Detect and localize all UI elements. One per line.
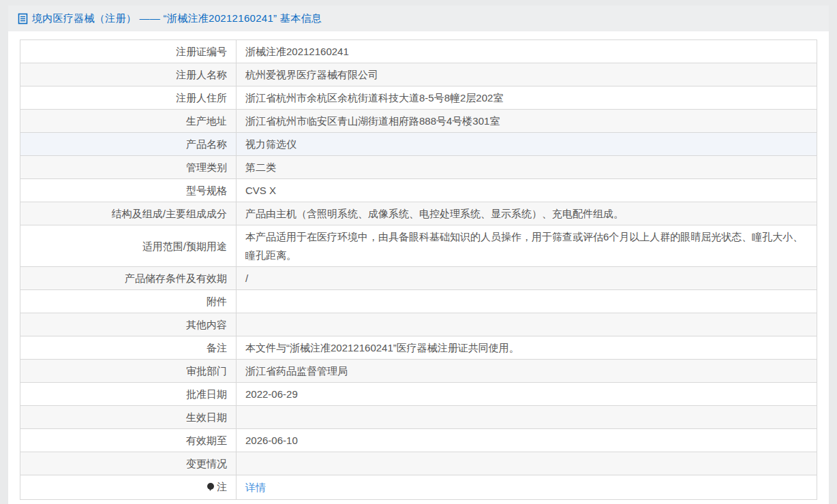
row-value: 本文件与“浙械注准20212160241”医疗器械注册证共同使用。 [237, 336, 817, 360]
table-row: 适用范围/预期用途本产品适用于在医疗环境中，由具备眼科基础知识的人员操作，用于筛… [20, 225, 817, 267]
table-row: 批准日期2022-06-29 [20, 383, 817, 406]
table-row: 产品名称视力筛选仪 [20, 133, 817, 156]
table-row: 生产地址浙江省杭州市临安区青山湖街道相府路888号4号楼301室 [20, 110, 817, 133]
row-value: 第二类 [237, 156, 817, 179]
row-label: 生效日期 [20, 406, 237, 429]
row-label: 结构及组成/主要组成成分 [20, 202, 237, 225]
table-row: 管理类别第二类 [20, 156, 817, 179]
row-value: 2026-06-10 [237, 429, 817, 452]
row-value: 本产品适用于在医疗环境中，由具备眼科基础知识的人员操作，用于筛查或评估6个月以上… [237, 225, 817, 267]
row-value: 杭州爱视界医疗器械有限公司 [237, 63, 817, 86]
row-label: 注册人名称 [20, 63, 237, 86]
row-label: 有效期至 [20, 429, 237, 452]
document-icon [18, 13, 28, 25]
info-table: 注册证编号浙械注准20212160241注册人名称杭州爱视界医疗器械有限公司注册… [20, 40, 817, 500]
row-value: 浙械注准20212160241 [237, 40, 817, 63]
table-row: 产品储存条件及有效期/ [20, 267, 817, 290]
row-label: 附件 [20, 290, 237, 313]
row-value: CVS X [237, 179, 817, 202]
row-value: 详情 [237, 475, 817, 500]
table-row: 变更情况 [20, 452, 817, 475]
table-row: 审批部门浙江省药品监督管理局 [20, 360, 817, 383]
content-panel: 境内医疗器械（注册） —— “浙械注准20212160241” 基本信息 注册证… [8, 5, 829, 504]
note-icon [207, 479, 215, 497]
row-label: 批准日期 [20, 383, 237, 406]
page-title: 境内医疗器械（注册） —— “浙械注准20212160241” 基本信息 [32, 12, 322, 25]
row-label: 变更情况 [20, 452, 237, 475]
row-value: 浙江省药品监督管理局 [237, 360, 817, 383]
table-row: 结构及组成/主要组成成分产品由主机（含照明系统、成像系统、电控处理系统、显示系统… [20, 202, 817, 225]
info-table-body: 注册证编号浙械注准20212160241注册人名称杭州爱视界医疗器械有限公司注册… [20, 40, 817, 500]
table-row: 注详情 [20, 475, 817, 500]
title-bar: 境内医疗器械（注册） —— “浙械注准20212160241” 基本信息 [8, 5, 829, 31]
row-label: 注册证编号 [20, 40, 237, 63]
row-value: / [237, 267, 817, 290]
row-value: 浙江省杭州市临安区青山湖街道相府路888号4号楼301室 [237, 110, 817, 133]
row-value: 视力筛选仪 [237, 133, 817, 156]
row-label: 管理类别 [20, 156, 237, 179]
table-wrap: 注册证编号浙械注准20212160241注册人名称杭州爱视界医疗器械有限公司注册… [8, 31, 829, 500]
row-value [237, 406, 817, 429]
table-row: 注册人住所浙江省杭州市余杭区余杭街道科技大道8-5号8幢2层202室 [20, 86, 817, 110]
row-label: 型号规格 [20, 179, 237, 202]
row-label: 审批部门 [20, 360, 237, 383]
table-row: 其他内容 [20, 313, 817, 336]
row-label: 注册人住所 [20, 86, 237, 110]
row-value: 浙江省杭州市余杭区余杭街道科技大道8-5号8幢2层202室 [237, 86, 817, 110]
table-row: 有效期至2026-06-10 [20, 429, 817, 452]
row-label: 其他内容 [20, 313, 237, 336]
row-value [237, 313, 817, 336]
table-row: 生效日期 [20, 406, 817, 429]
row-label: 产品名称 [20, 133, 237, 156]
row-value: 2022-06-29 [237, 383, 817, 406]
detail-link[interactable]: 详情 [245, 482, 266, 493]
row-value [237, 452, 817, 475]
row-label: 生产地址 [20, 110, 237, 133]
table-row: 型号规格CVS X [20, 179, 817, 202]
row-value: 产品由主机（含照明系统、成像系统、电控处理系统、显示系统）、充电配件组成。 [237, 202, 817, 225]
table-row: 备注本文件与“浙械注准20212160241”医疗器械注册证共同使用。 [20, 336, 817, 360]
row-label: 适用范围/预期用途 [20, 225, 237, 267]
table-row: 附件 [20, 290, 817, 313]
row-label: 备注 [20, 336, 237, 360]
row-value [237, 290, 817, 313]
table-row: 注册人名称杭州爱视界医疗器械有限公司 [20, 63, 817, 86]
table-row: 注册证编号浙械注准20212160241 [20, 40, 817, 63]
row-label: 注 [20, 475, 237, 500]
row-label: 产品储存条件及有效期 [20, 267, 237, 290]
